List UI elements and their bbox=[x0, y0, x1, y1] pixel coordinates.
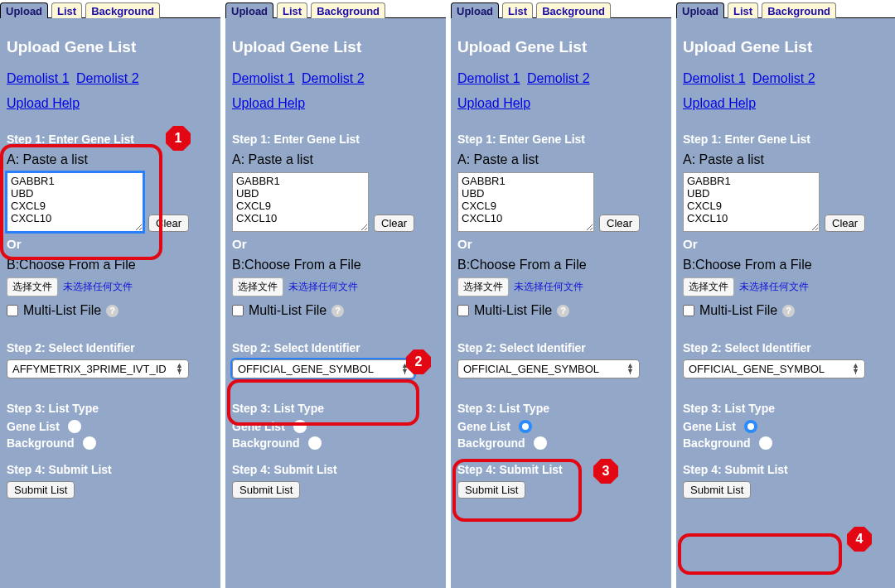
chevron-updown-icon: ▲▼ bbox=[852, 363, 859, 374]
link-demolist-1[interactable]: Demolist 1 bbox=[7, 71, 70, 85]
tabs: Upload List Background bbox=[451, 0, 671, 18]
choose-file-label: B:Choose From a File bbox=[7, 258, 214, 272]
choose-file-button[interactable]: 选择文件 bbox=[232, 277, 283, 296]
step4-label: Step 4: Submit List bbox=[232, 463, 439, 476]
multi-list-label: Multi-List File bbox=[699, 303, 777, 318]
file-status: 未选择任何文件 bbox=[514, 280, 583, 294]
gene-list-radio-label: Gene List bbox=[683, 420, 736, 433]
tab-list[interactable]: List bbox=[51, 2, 82, 18]
background-radio[interactable] bbox=[534, 436, 547, 450]
submit-list-button[interactable]: Submit List bbox=[457, 481, 525, 499]
page-title: Upload Gene List bbox=[7, 38, 214, 56]
link-upload-help[interactable]: Upload Help bbox=[232, 96, 305, 111]
choose-file-button[interactable]: 选择文件 bbox=[683, 277, 734, 296]
gene-list-textarea[interactable]: GABBR1 UBD CXCL9 CXCL10 bbox=[7, 172, 143, 232]
link-demolist-1[interactable]: Demolist 1 bbox=[457, 71, 520, 85]
background-radio[interactable] bbox=[83, 436, 96, 450]
annotation-badge-4: 4 bbox=[847, 527, 872, 552]
gene-list-textarea[interactable]: GABBR1 UBD CXCL9 CXCL10 bbox=[232, 172, 369, 232]
choose-file-button[interactable]: 选择文件 bbox=[457, 277, 509, 296]
file-status: 未选择任何文件 bbox=[288, 280, 358, 294]
identifier-select[interactable]: OFFICIAL_GENE_SYMBOL ▲▼ bbox=[232, 359, 414, 378]
tabs: Upload List Background bbox=[676, 0, 895, 18]
multi-list-checkbox[interactable] bbox=[683, 305, 694, 316]
tab-background[interactable]: Background bbox=[311, 2, 385, 18]
link-demolist-2[interactable]: Demolist 2 bbox=[302, 71, 365, 85]
multi-list-label: Multi-List File bbox=[474, 303, 552, 318]
gene-list-radio[interactable] bbox=[68, 420, 81, 433]
identifier-select[interactable]: AFFYMETRIX_3PRIME_IVT_ID ▲▼ bbox=[7, 359, 189, 378]
link-demolist-2[interactable]: Demolist 2 bbox=[76, 71, 139, 85]
step1-label: Step 1: Enter Gene List bbox=[683, 133, 890, 146]
identifier-select-value: OFFICIAL_GENE_SYMBOL bbox=[689, 363, 825, 375]
help-icon[interactable]: ? bbox=[557, 305, 569, 317]
gene-list-textarea[interactable]: GABBR1 UBD CXCL9 CXCL10 bbox=[683, 172, 820, 232]
panel-1: Upload List Background Upload Gene List … bbox=[0, 0, 222, 588]
step2-label: Step 2: Select Identifier bbox=[683, 341, 890, 354]
help-icon[interactable]: ? bbox=[331, 305, 344, 317]
multi-list-label: Multi-List File bbox=[249, 303, 327, 318]
page-title: Upload Gene List bbox=[232, 38, 439, 56]
submit-list-button[interactable]: Submit List bbox=[683, 481, 751, 499]
clear-button[interactable]: Clear bbox=[148, 214, 189, 232]
tab-upload[interactable]: Upload bbox=[225, 2, 273, 18]
gene-list-textarea[interactable]: GABBR1 UBD CXCL9 CXCL10 bbox=[457, 172, 594, 232]
step2-label: Step 2: Select Identifier bbox=[232, 341, 439, 354]
identifier-select[interactable]: OFFICIAL_GENE_SYMBOL ▲▼ bbox=[683, 359, 865, 378]
identifier-select[interactable]: OFFICIAL_GENE_SYMBOL ▲▼ bbox=[457, 359, 640, 378]
page-title: Upload Gene List bbox=[683, 38, 890, 56]
choose-file-label: B:Choose From a File bbox=[232, 258, 439, 272]
link-demolist-2[interactable]: Demolist 2 bbox=[752, 71, 815, 85]
multi-list-checkbox[interactable] bbox=[7, 305, 18, 316]
step4-label: Step 4: Submit List bbox=[7, 463, 214, 476]
gene-list-radio[interactable] bbox=[519, 420, 532, 433]
background-radio[interactable] bbox=[759, 436, 772, 450]
background-radio-label: Background bbox=[232, 436, 300, 450]
link-upload-help[interactable]: Upload Help bbox=[683, 96, 756, 111]
or-label: Or bbox=[457, 237, 665, 251]
tab-background[interactable]: Background bbox=[85, 2, 160, 18]
choose-file-button[interactable]: 选择文件 bbox=[7, 277, 58, 296]
clear-button[interactable]: Clear bbox=[374, 214, 414, 232]
gene-list-radio-label: Gene List bbox=[457, 420, 510, 433]
step4-label: Step 4: Submit List bbox=[683, 463, 890, 476]
page-title: Upload Gene List bbox=[457, 38, 665, 56]
submit-list-button[interactable]: Submit List bbox=[7, 481, 75, 499]
annotation-box-4 bbox=[678, 533, 842, 575]
link-demolist-1[interactable]: Demolist 1 bbox=[683, 71, 746, 85]
background-radio-label: Background bbox=[683, 436, 751, 450]
background-radio[interactable] bbox=[308, 436, 322, 450]
tab-upload[interactable]: Upload bbox=[451, 2, 499, 18]
tab-background[interactable]: Background bbox=[762, 2, 836, 18]
choose-file-label: B:Choose From a File bbox=[457, 258, 665, 272]
paste-label: A: Paste a list bbox=[232, 152, 439, 167]
help-icon[interactable]: ? bbox=[782, 305, 795, 317]
tab-background[interactable]: Background bbox=[536, 2, 611, 18]
multi-list-checkbox[interactable] bbox=[457, 305, 469, 316]
link-upload-help[interactable]: Upload Help bbox=[7, 96, 80, 111]
multi-list-checkbox[interactable] bbox=[232, 305, 244, 316]
chevron-updown-icon: ▲▼ bbox=[626, 363, 634, 374]
clear-button[interactable]: Clear bbox=[599, 214, 640, 232]
identifier-select-value: OFFICIAL_GENE_SYMBOL bbox=[463, 363, 599, 375]
tab-list[interactable]: List bbox=[502, 2, 533, 18]
tab-list[interactable]: List bbox=[728, 2, 758, 18]
link-demolist-2[interactable]: Demolist 2 bbox=[527, 71, 590, 85]
help-icon[interactable]: ? bbox=[106, 305, 119, 317]
gene-list-radio-label: Gene List bbox=[232, 420, 285, 433]
gene-list-radio[interactable] bbox=[293, 420, 307, 433]
link-demolist-1[interactable]: Demolist 1 bbox=[232, 71, 295, 85]
tab-upload[interactable]: Upload bbox=[0, 2, 48, 18]
gene-list-radio[interactable] bbox=[744, 420, 757, 433]
submit-list-button[interactable]: Submit List bbox=[232, 481, 300, 499]
clear-button[interactable]: Clear bbox=[825, 214, 865, 232]
tab-upload[interactable]: Upload bbox=[676, 2, 724, 18]
chevron-updown-icon: ▲▼ bbox=[401, 363, 409, 374]
step3-label: Step 3: List Type bbox=[7, 402, 214, 415]
panel-4: Upload List Background Upload Gene List … bbox=[676, 0, 895, 588]
panel-3: Upload List Background Upload Gene List … bbox=[451, 0, 673, 588]
background-radio-label: Background bbox=[457, 436, 525, 450]
step3-label: Step 3: List Type bbox=[457, 402, 665, 415]
tab-list[interactable]: List bbox=[277, 2, 307, 18]
link-upload-help[interactable]: Upload Help bbox=[457, 96, 530, 111]
